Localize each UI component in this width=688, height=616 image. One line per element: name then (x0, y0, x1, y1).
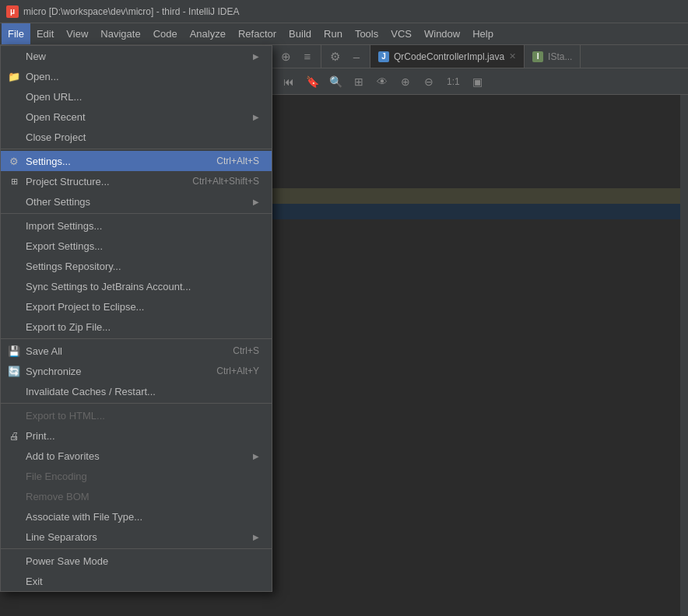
tab-qrcode-close[interactable]: ✕ (509, 51, 516, 61)
toolbar-btn-plus-circle[interactable]: ⊕ (395, 72, 416, 92)
menu-item-export-settings-label: Export Settings... (26, 240, 103, 252)
menu-item-add-favorites[interactable]: Add to Favorites ▶ (1, 446, 272, 466)
new-icon (7, 49, 21, 63)
settings-gear-icon: ⚙ (7, 154, 21, 168)
interface-file-icon: I (532, 51, 543, 62)
menu-item-open-recent-label: Open Recent (26, 111, 86, 123)
menu-help[interactable]: Help (466, 23, 500, 44)
close-project-icon (7, 130, 21, 144)
menu-item-new-label: New (26, 51, 46, 62)
open-url-icon (7, 89, 21, 103)
toolbar-btn-fit[interactable]: ▣ (468, 72, 488, 92)
menu-item-export-eclipse-label: Export Project to Eclipse... (26, 301, 144, 313)
menu-tools[interactable]: Tools (349, 23, 384, 44)
submenu-arrow-line-sep: ▶ (253, 533, 259, 541)
menu-item-save-all-label: Save All (26, 345, 62, 357)
menu-item-synchronize[interactable]: 🔄 Synchronize Ctrl+Alt+Y (1, 361, 272, 381)
menu-item-import-settings-label: Import Settings... (26, 220, 102, 232)
menu-run[interactable]: Run (318, 23, 349, 44)
save-all-shortcut: Ctrl+S (233, 345, 259, 356)
line-separators-icon (7, 530, 21, 544)
menu-item-new[interactable]: New ▶ (1, 46, 272, 66)
file-dropdown-menu: New ▶ 📁 Open... Open URL... Open Recent … (0, 45, 272, 592)
menu-item-import-settings[interactable]: Import Settings... (1, 215, 272, 236)
submenu-arrow-recent: ▶ (253, 113, 259, 121)
toolbar-btn-minimize[interactable]: – (346, 47, 367, 67)
editor-highlight-band-1 (272, 188, 680, 204)
menu-view[interactable]: View (60, 23, 94, 44)
menu-item-export-zip[interactable]: Export to Zip File... (1, 317, 272, 337)
favorites-icon (7, 449, 21, 463)
menu-item-save-all[interactable]: 💾 Save All Ctrl+S (1, 341, 272, 361)
menu-item-open-url[interactable]: Open URL... (1, 86, 272, 107)
app-icon: μ (6, 5, 19, 18)
folder-icon: 📁 (7, 69, 21, 83)
menu-item-open[interactable]: 📁 Open... (1, 66, 272, 86)
menu-item-settings-repo-label: Settings Repository... (26, 261, 121, 272)
menu-item-invalidate-caches[interactable]: Invalidate Caches / Restart... (1, 381, 272, 401)
menu-item-other-settings[interactable]: Other Settings ▶ (1, 191, 272, 212)
menu-item-export-eclipse[interactable]: Export Project to Eclipse... (1, 296, 272, 317)
print-icon: 🖨 (7, 429, 21, 443)
menu-item-close-project[interactable]: Close Project (1, 127, 272, 147)
separator-3 (1, 338, 272, 339)
menu-item-associate-file-type-label: Associate with File Type... (26, 511, 142, 523)
tab-istart-label: ISta... (548, 51, 572, 62)
menu-item-settings-repo[interactable]: Settings Repository... (1, 256, 272, 276)
title-text: micro [D:\workspace\dev\micro] - third -… (23, 6, 239, 17)
editor-scrollbar[interactable] (680, 95, 688, 616)
menu-item-associate-file-type[interactable]: Associate with File Type... (1, 506, 272, 527)
menu-item-remove-bom-label: Remove BOM (26, 491, 90, 502)
tab-qrcode-label: QrCodeControllerImpl.java (394, 51, 504, 62)
menu-refactor[interactable]: Refactor (232, 23, 283, 44)
menu-item-sync-settings[interactable]: Sync Settings to JetBrains Account... (1, 276, 272, 296)
menu-item-export-zip-label: Export to Zip File... (26, 321, 111, 333)
menu-item-exit[interactable]: Exit (1, 571, 272, 591)
export-html-icon (7, 408, 21, 422)
toolbar-btn-grid[interactable]: ⊞ (349, 72, 369, 92)
menu-item-export-html-label: Export to HTML... (26, 410, 105, 422)
menu-bar: File Edit View Navigate Code Analyze Ref… (0, 23, 688, 45)
menu-item-project-structure[interactable]: ⊞ Project Structure... Ctrl+Alt+Shift+S (1, 171, 272, 191)
toolbar-btn-zoom-in[interactable]: 🔍 (325, 72, 346, 92)
toolbar-btn-eye[interactable]: 👁 (372, 72, 392, 92)
editor-area (272, 95, 688, 616)
menu-item-power-save[interactable]: Power Save Mode (1, 551, 272, 571)
menu-vcs[interactable]: VCS (384, 23, 418, 44)
power-save-icon (7, 554, 21, 568)
toolbar-btn-globe[interactable]: ⊕ (276, 47, 296, 67)
menu-window[interactable]: Window (418, 23, 466, 44)
menu-item-line-separators[interactable]: Line Separators ▶ (1, 527, 272, 547)
zoom-ratio-label: 1:1 (442, 76, 465, 87)
menu-navigate[interactable]: Navigate (94, 23, 146, 44)
menu-item-power-save-label: Power Save Mode (26, 555, 108, 567)
toolbar-btn-minus-circle[interactable]: ⊖ (419, 72, 439, 92)
toolbar-btn-settings[interactable]: ⚙ (325, 47, 345, 67)
exit-icon (7, 574, 21, 588)
menu-file[interactable]: File (2, 23, 30, 44)
menu-item-sync-settings-label: Sync Settings to JetBrains Account... (26, 281, 191, 292)
menu-item-synchronize-label: Synchronize (26, 366, 82, 377)
synchronize-icon: 🔄 (7, 364, 21, 378)
menu-edit[interactable]: Edit (30, 23, 60, 44)
remove-bom-icon (7, 489, 21, 503)
menu-item-print[interactable]: 🖨 Print... (1, 425, 272, 446)
toolbar-btn-list[interactable]: ≡ (297, 47, 318, 67)
menu-item-settings[interactable]: ⚙ Settings... Ctrl+Alt+S (1, 151, 272, 171)
menu-item-open-recent[interactable]: Open Recent ▶ (1, 107, 272, 127)
editor-toolbar: ⏮ 🔖 🔍 ⊞ 👁 ⊕ ⊖ 1:1 ▣ (272, 68, 688, 95)
toolbar-btn-skip-back[interactable]: ⏮ (279, 72, 299, 92)
menu-item-file-encoding-label: File Encoding (26, 471, 87, 482)
toolbar-btn-bookmark[interactable]: 🔖 (302, 72, 322, 92)
menu-code[interactable]: Code (147, 23, 184, 44)
editor-highlight-band-2 (272, 204, 680, 219)
menu-item-export-settings[interactable]: Export Settings... (1, 236, 272, 256)
tab-istart[interactable]: I ISta... (525, 45, 581, 68)
menu-item-close-project-label: Close Project (26, 131, 86, 143)
menu-analyze[interactable]: Analyze (184, 23, 232, 44)
submenu-arrow-other: ▶ (253, 198, 259, 206)
export-settings-icon (7, 239, 21, 253)
menu-build[interactable]: Build (283, 23, 318, 44)
menu-item-remove-bom: Remove BOM (1, 486, 272, 506)
tab-qrcode[interactable]: J QrCodeControllerImpl.java ✕ (370, 45, 525, 68)
